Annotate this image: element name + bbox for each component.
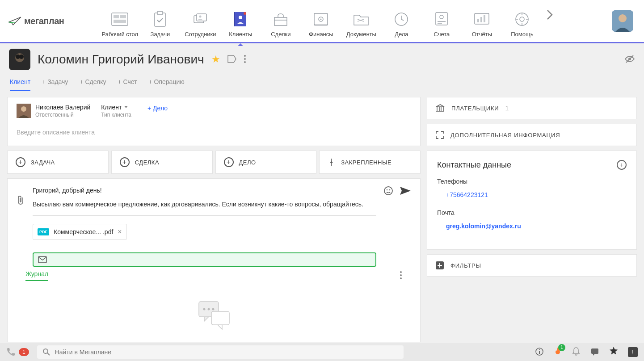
flame-badge: 1: [558, 344, 565, 351]
payers-panel[interactable]: ПЛАТЕЛЬЩИКИ 1: [427, 97, 637, 119]
svg-point-43: [400, 274, 402, 276]
responsible-person[interactable]: Николаев Валерий Ответственный: [17, 104, 90, 118]
bell-icon[interactable]: [572, 347, 581, 358]
send-icon[interactable]: [400, 186, 411, 197]
filters-panel[interactable]: ФИЛЬТРЫ: [427, 254, 637, 277]
remove-attachment-icon[interactable]: ×: [118, 228, 122, 236]
svg-point-8: [199, 15, 202, 17]
pdf-badge-icon: PDF: [38, 228, 49, 235]
chat-bubbles-icon: [196, 299, 232, 330]
nav-clients[interactable]: Клиенты: [220, 5, 261, 38]
bank-icon: [435, 104, 445, 113]
pinned-button[interactable]: ЗАКРЕПЛЕННЫЕ: [319, 151, 421, 174]
plus-circle-icon: +: [16, 157, 25, 167]
calls-badge[interactable]: 1: [19, 348, 29, 356]
nav-employees[interactable]: Сотрудники: [180, 5, 220, 38]
subtab-add-invoice[interactable]: + Счет: [118, 78, 137, 91]
extra-info-panel[interactable]: ДОПОЛНИТЕЛЬНАЯ ИНФОРМАЦИЯ: [427, 124, 637, 146]
subtabs: Клиент + Задачу + Сделку + Счет + Операц…: [9, 78, 635, 91]
expand-icon: [435, 130, 444, 139]
nav-desktop[interactable]: Рабочий стол: [100, 5, 140, 38]
finance-icon: [311, 10, 331, 28]
phone-icon[interactable]: [6, 347, 15, 357]
svg-point-47: [207, 308, 210, 311]
nav-deals[interactable]: Сделки: [261, 5, 301, 38]
filter-plus-icon: [435, 261, 444, 270]
global-search[interactable]: [37, 345, 404, 359]
compose-line-2: Высылаю вам коммерческое предложение, ка…: [33, 200, 376, 209]
client-avatar[interactable]: [9, 49, 30, 70]
user-avatar[interactable]: [612, 10, 633, 32]
send-as-email-toggle[interactable]: [33, 252, 376, 267]
attachment-chip[interactable]: PDF Коммерческое... .pdf ×: [33, 224, 127, 240]
nav-more-arrow[interactable]: [542, 5, 558, 38]
svg-point-37: [21, 106, 26, 112]
compose-textarea[interactable]: Григорий, добрый день! Высылаю вам комме…: [33, 186, 376, 267]
svg-rect-4: [155, 13, 165, 26]
add-delo-link[interactable]: + Дело: [147, 104, 168, 112]
nav-label: Счета: [434, 31, 450, 38]
favorite-star-icon[interactable]: ★: [211, 54, 220, 65]
client-description-input[interactable]: Введите описание клиента: [17, 129, 411, 136]
subtab-client[interactable]: Клиент: [10, 78, 30, 91]
messages-icon[interactable]: [590, 347, 599, 357]
journal-tab[interactable]: Журнал: [25, 270, 48, 281]
star-icon[interactable]: [609, 346, 618, 358]
help-icon: [512, 10, 532, 28]
svg-point-32: [244, 55, 246, 57]
phone-link[interactable]: +75664223121: [446, 191, 488, 198]
alert-box-icon[interactable]: !: [628, 347, 638, 357]
nav-invoices[interactable]: Счета: [421, 5, 462, 38]
tag-icon[interactable]: [227, 55, 236, 64]
nav-affairs[interactable]: Дела: [381, 5, 421, 38]
nav-reports[interactable]: Отчёты: [462, 5, 502, 38]
svg-point-34: [244, 61, 246, 63]
phones-label: Телефоны: [437, 178, 627, 185]
nav-items: Рабочий стол Задачи Сотрудники Клиенты С…: [100, 5, 612, 38]
nav-tasks[interactable]: Задачи: [140, 5, 180, 38]
invoices-icon: [432, 10, 451, 28]
app-logo[interactable]: мегаплан: [8, 15, 64, 27]
svg-point-33: [244, 58, 246, 60]
compose-card: Григорий, добрый день! Высылаю вам комме…: [7, 178, 421, 342]
deals-icon: [271, 10, 290, 28]
pin-icon: [328, 158, 336, 166]
svg-rect-16: [314, 24, 328, 26]
top-navigation: мегаплан Рабочий стол Задачи Сотрудники …: [0, 0, 644, 43]
more-menu-icon[interactable]: [244, 55, 246, 65]
right-column: ПЛАТЕЛЬЩИКИ 1 ДОПОЛНИТЕЛЬНАЯ ИНФОРМАЦИЯ …: [427, 97, 637, 342]
subtab-add-deal[interactable]: + Сделку: [80, 78, 106, 91]
svg-point-19: [440, 15, 443, 19]
flame-icon[interactable]: 1: [554, 347, 562, 358]
visibility-icon[interactable]: [624, 55, 635, 65]
panel-label: ДОПОЛНИТЕЛЬНАЯ ИНФОРМАЦИЯ: [450, 132, 560, 139]
nav-documents[interactable]: Документы: [341, 5, 381, 38]
journal-more-icon[interactable]: [400, 271, 402, 281]
nav-finance[interactable]: Финансы: [301, 5, 341, 38]
action-label: ЗАКРЕПЛЕННЫЕ: [341, 159, 391, 166]
nav-help[interactable]: Помощь: [502, 5, 542, 38]
affairs-icon: [391, 10, 411, 28]
responsible-name: Николаев Валерий: [35, 104, 90, 111]
logo-text: мегаплан: [24, 16, 64, 26]
nav-label: Сделки: [271, 31, 290, 38]
responsible-role: Ответственный: [35, 112, 90, 118]
svg-point-31: [19, 55, 24, 59]
add-deal-button[interactable]: + СДЕЛКА: [111, 151, 213, 174]
add-contact-icon[interactable]: +: [617, 160, 627, 170]
svg-point-12: [244, 12, 246, 15]
search-icon: [42, 348, 51, 356]
emoji-icon[interactable]: [383, 186, 393, 197]
subtab-add-task[interactable]: + Задачу: [42, 78, 68, 91]
email-link[interactable]: greg.kolomin@yandex.ru: [446, 222, 521, 230]
client-type-value: Клиент: [101, 104, 122, 111]
mail-label: Почта: [437, 209, 627, 216]
attach-icon[interactable]: [17, 195, 25, 207]
action-label: ДЕЛО: [239, 159, 256, 166]
add-delo-button[interactable]: + ДЕЛО: [215, 151, 317, 174]
info-icon[interactable]: [535, 347, 544, 357]
client-type-dropdown[interactable]: Клиент Тип клиента: [101, 104, 131, 118]
subtab-add-operation[interactable]: + Операцию: [149, 78, 185, 91]
search-input[interactable]: [55, 348, 398, 356]
add-task-button[interactable]: + ЗАДАЧА: [7, 151, 109, 174]
